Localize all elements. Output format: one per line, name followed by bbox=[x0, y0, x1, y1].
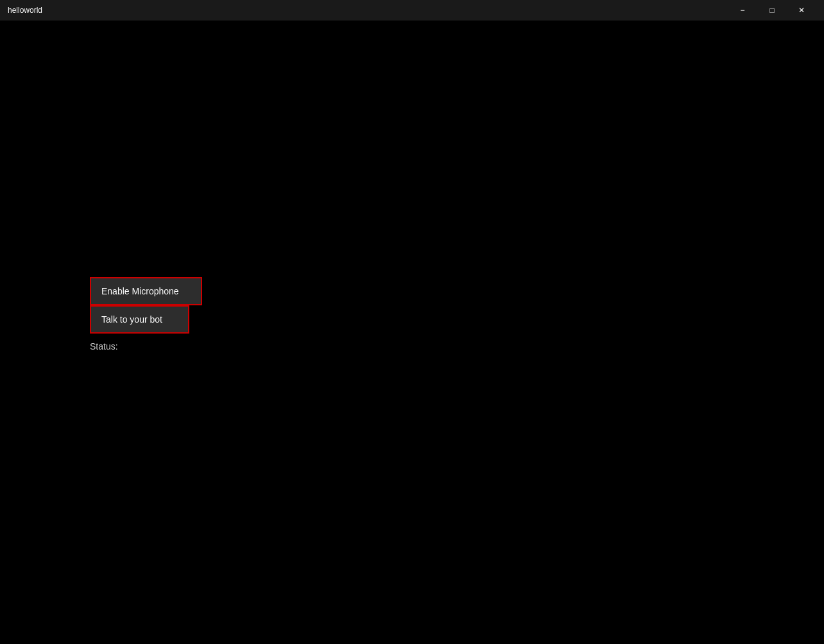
title-bar: helloworld − □ ✕ bbox=[0, 0, 824, 21]
main-content: Enable Microphone Talk to your bot Statu… bbox=[0, 21, 824, 644]
maximize-button[interactable]: □ bbox=[757, 0, 787, 21]
talk-to-bot-button[interactable]: Talk to your bot bbox=[90, 305, 189, 334]
minimize-button[interactable]: − bbox=[728, 0, 757, 21]
status-label: Status: bbox=[90, 341, 118, 352]
enable-microphone-button[interactable]: Enable Microphone bbox=[90, 277, 202, 305]
window-title: helloworld bbox=[8, 6, 42, 15]
close-button[interactable]: ✕ bbox=[787, 0, 816, 21]
window-controls: − □ ✕ bbox=[728, 0, 816, 21]
